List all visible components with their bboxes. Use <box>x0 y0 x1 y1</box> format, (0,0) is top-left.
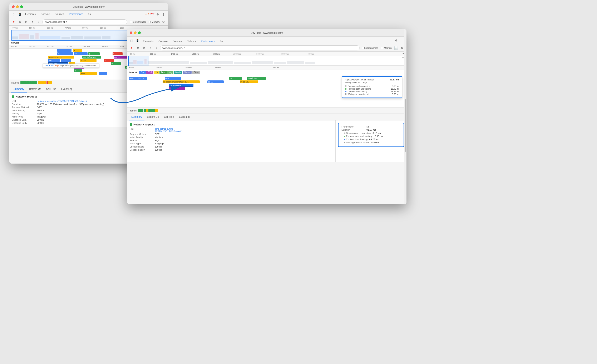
pill-js[interactable]: JS <box>154 71 159 74</box>
netbar-rs-back[interactable]: rs... <box>57 49 71 52</box>
device-icon[interactable]: 📱 <box>17 12 22 17</box>
tab-elements-back[interactable]: Elements <box>23 11 38 17</box>
screenshots-check-front[interactable] <box>362 47 365 49</box>
tab-console-back[interactable]: Console <box>38 11 52 17</box>
scrollbar-front[interactable] <box>404 29 407 204</box>
address-input-front[interactable]: www.google.com #1 ▾ <box>160 46 360 50</box>
pill-doc[interactable]: Doc <box>139 71 146 74</box>
tab-elements-front[interactable]: Elements <box>141 39 156 44</box>
pill-img[interactable]: Img <box>167 71 174 74</box>
tab-calltree-front[interactable]: Call Tree <box>162 114 177 120</box>
duration-val: 91.67 ms <box>366 129 376 131</box>
memory-checkbox-front[interactable]: Memory <box>381 47 392 49</box>
tab-summary-front[interactable]: Summary <box>129 114 144 120</box>
netbar-msbwi-front[interactable]: m=sb_wi... <box>240 80 258 83</box>
settings2-icon-front[interactable]: ⚙ <box>399 45 405 51</box>
refresh-icon-front[interactable]: ↻ <box>135 45 141 51</box>
netbar-cb-back[interactable]: cb... <box>74 52 87 55</box>
tab-performance-back[interactable]: Performance <box>66 11 86 17</box>
close-button-front[interactable] <box>130 31 132 34</box>
address-input-back[interactable]: www.google.com #1 ▾ <box>42 19 127 24</box>
netbar-cb-front[interactable]: cb=... <box>207 80 224 83</box>
netbar-hpba-back[interactable]: hpba ... <box>80 72 97 75</box>
tab-sources-back[interactable]: Sources <box>52 11 66 17</box>
refresh-icon-back[interactable]: ↻ <box>17 19 23 25</box>
netbar-rsa-front[interactable]: rs=A... <box>165 77 181 80</box>
download-icon-back[interactable]: ↓ <box>36 19 41 25</box>
netbar-r-back[interactable]: r... <box>57 52 73 55</box>
upload-icon-front[interactable]: ↑ <box>148 45 153 51</box>
minimize-button-back[interactable] <box>16 5 19 8</box>
frame-seg-7 <box>48 81 52 84</box>
more-icon-front[interactable]: ⋮ <box>399 38 405 43</box>
pill-wasm[interactable]: Wasm <box>183 71 192 74</box>
netbar-g4-back[interactable]: g... <box>74 69 82 72</box>
pill-font[interactable]: Font <box>159 71 166 74</box>
upload-icon-back[interactable]: ↑ <box>30 19 35 25</box>
settings-icon-back[interactable]: ⚙ <box>155 12 160 17</box>
netbar-af2-back[interactable]: AF2... <box>48 59 60 62</box>
netbar-search-back[interactable]: search (www.... <box>82 56 101 59</box>
capture-icon-back[interactable]: ⚙ <box>161 19 166 25</box>
tab-summary-back[interactable]: Summary <box>11 86 27 93</box>
tab-sources-front[interactable]: Sources <box>170 39 184 44</box>
tab-bottomup-front[interactable]: Bottom-Up <box>144 114 161 120</box>
tab-more-back[interactable]: >> <box>86 11 94 17</box>
record-icon-back[interactable]: ⏺ <box>11 19 16 25</box>
tab-eventlog-back[interactable]: Event Log <box>59 86 75 93</box>
maximize-button-back[interactable] <box>20 5 23 8</box>
netbar-cr-back[interactable]: Cr... <box>61 59 71 62</box>
tab-more-front[interactable]: >> <box>218 39 226 44</box>
tab-calltree-back[interactable]: Call Tree <box>44 86 59 93</box>
netbar-g-back[interactable]: G... <box>73 49 82 52</box>
device-icon-front[interactable]: 📱 <box>135 38 140 43</box>
settings-icon-front[interactable]: ⚙ <box>393 38 399 43</box>
inspect-icon-front[interactable]: ⬚ <box>129 38 134 43</box>
url-val-back[interactable]: paris-games-surfing-6753651837110528.3-l… <box>37 100 87 102</box>
screenshots-check-back[interactable] <box>130 21 132 23</box>
priority-key-back: Priority <box>12 112 37 115</box>
netbar-desktop-front[interactable]: desktop_... <box>169 87 185 90</box>
tab-network-front[interactable]: Network <box>184 39 198 44</box>
memory-check-back[interactable] <box>148 21 151 23</box>
capture-icon-front[interactable]: 📊 <box>393 45 399 51</box>
close-button-back[interactable] <box>12 5 15 8</box>
netbar-mcdos-back[interactable]: m=cdos,hsm,... <box>48 56 74 59</box>
tab-bottomup-back[interactable]: Bottom-Up <box>27 86 44 93</box>
from-cache-val: No <box>366 125 369 128</box>
inspect-icon[interactable]: ⬚ <box>11 12 16 17</box>
netbar-msb-back[interactable]: m=sb... <box>80 59 96 62</box>
memory-check-front[interactable] <box>381 47 383 49</box>
from-cache-row: From cache No <box>341 125 401 128</box>
netbar-r2-back[interactable]: R... <box>104 59 114 62</box>
netbar-dots-back[interactable]: ... <box>99 72 107 75</box>
maximize-button-front[interactable] <box>138 31 141 34</box>
netbar-ge-front[interactable]: ge... <box>229 77 242 80</box>
netbar-l-back[interactable]: l... <box>113 52 123 55</box>
netbar-google-front[interactable]: www.google.com/ (... <box>129 77 147 80</box>
pill-css[interactable]: CSS <box>146 71 153 74</box>
url-val-front[interactable]: paris-games-surfing-6753651837110528.3-l… <box>155 128 181 132</box>
screenshots-checkbox-back[interactable]: Screenshots <box>130 21 146 23</box>
frame-seg-2 <box>27 81 30 84</box>
pill-other[interactable]: Other <box>192 71 200 74</box>
download-icon-front[interactable]: ↓ <box>154 45 159 51</box>
more-icon-back[interactable]: ⋮ <box>161 12 166 17</box>
clear-icon-back[interactable]: ⊘ <box>24 19 29 25</box>
tab-console-front[interactable]: Console <box>156 39 170 44</box>
netbar-paris-front[interactable]: paris-games-... <box>169 84 193 87</box>
screenshots-checkbox-front[interactable]: Screenshots <box>362 47 378 49</box>
tab-eventlog-front[interactable]: Event Log <box>177 114 193 120</box>
netbar-lo-back[interactable]: lo... <box>111 62 121 65</box>
memory-checkbox-back[interactable]: Memory <box>148 21 160 23</box>
clear-icon-front[interactable]: ⊘ <box>141 45 147 51</box>
netbar-g2-back[interactable]: g... <box>88 52 100 55</box>
pill-media[interactable]: Media <box>174 71 182 74</box>
tab-performance-front[interactable]: Performance <box>198 39 218 44</box>
screenshots-label-back: Screenshots <box>133 21 146 23</box>
minimize-button-front[interactable] <box>134 31 137 34</box>
netbar-search-front[interactable]: search (ww... <box>247 77 266 80</box>
netbar-mcdos-front[interactable]: m=cdos,hsm,jsa,mb4ZUb,d,c... <box>163 80 200 83</box>
scrollbar-thumb-front[interactable] <box>405 99 406 152</box>
record-icon-front[interactable]: ⏺ <box>129 45 134 51</box>
